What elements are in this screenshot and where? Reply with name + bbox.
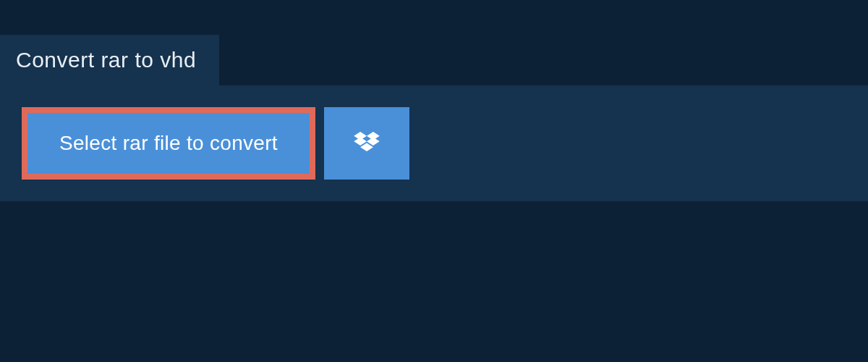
select-file-button[interactable]: Select rar file to convert	[22, 107, 315, 180]
dropbox-button[interactable]	[324, 107, 409, 180]
content-panel: Select rar file to convert	[0, 85, 868, 201]
dropbox-icon	[354, 132, 380, 155]
tab-header: Convert rar to vhd	[0, 35, 219, 85]
select-file-label: Select rar file to convert	[59, 132, 278, 155]
button-row: Select rar file to convert	[22, 107, 846, 180]
page-title: Convert rar to vhd	[16, 48, 196, 72]
